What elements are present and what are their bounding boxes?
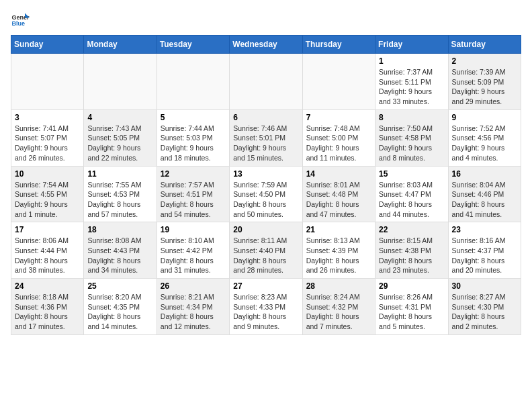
day-number: 9: [452, 113, 517, 122]
day-number: 12: [161, 169, 226, 179]
calendar-cell: 2Sunrise: 7:39 AM Sunset: 5:09 PM Daylig…: [448, 54, 521, 110]
cell-info: Sunrise: 8:11 AM Sunset: 4:40 PM Dayligh…: [233, 236, 298, 275]
day-number: 28: [306, 281, 371, 291]
calendar-cell: 30Sunrise: 8:27 AM Sunset: 4:30 PM Dayli…: [448, 279, 521, 335]
cell-info: Sunrise: 8:08 AM Sunset: 4:43 PM Dayligh…: [87, 236, 152, 275]
calendar-week-row: 17Sunrise: 8:06 AM Sunset: 4:44 PM Dayli…: [11, 222, 521, 279]
cell-info: Sunrise: 8:06 AM Sunset: 4:44 PM Dayligh…: [15, 236, 80, 275]
calendar-cell: [11, 54, 84, 110]
cell-info: Sunrise: 7:59 AM Sunset: 4:50 PM Dayligh…: [233, 180, 298, 220]
day-number: 16: [452, 169, 517, 179]
day-number: 27: [233, 281, 298, 291]
calendar-cell: 7Sunrise: 7:48 AM Sunset: 5:00 PM Daylig…: [302, 109, 375, 166]
calendar-week-row: 10Sunrise: 7:54 AM Sunset: 4:55 PM Dayli…: [11, 166, 521, 222]
calendar-cell: 25Sunrise: 8:20 AM Sunset: 4:35 PM Dayli…: [84, 279, 157, 335]
calendar-header: SundayMondayTuesdayWednesdayThursdayFrid…: [11, 36, 521, 54]
calendar-cell: 16Sunrise: 8:04 AM Sunset: 4:46 PM Dayli…: [448, 166, 521, 222]
calendar-cell: [302, 54, 375, 110]
day-number: 20: [233, 225, 298, 234]
day-number: 24: [15, 281, 80, 291]
calendar-cell: 12Sunrise: 7:57 AM Sunset: 4:51 PM Dayli…: [157, 166, 229, 222]
calendar-cell: 3Sunrise: 7:41 AM Sunset: 5:07 PM Daylig…: [11, 109, 84, 166]
weekday-header-wednesday: Wednesday: [230, 36, 302, 54]
cell-info: Sunrise: 7:39 AM Sunset: 5:09 PM Dayligh…: [452, 67, 517, 107]
weekday-header-friday: Friday: [375, 36, 448, 54]
day-number: 30: [452, 281, 517, 291]
cell-info: Sunrise: 7:55 AM Sunset: 4:53 PM Dayligh…: [87, 180, 152, 220]
calendar-cell: 27Sunrise: 8:23 AM Sunset: 4:33 PM Dayli…: [230, 279, 302, 335]
calendar-cell: [157, 54, 229, 110]
calendar-cell: 18Sunrise: 8:08 AM Sunset: 4:43 PM Dayli…: [84, 222, 157, 279]
logo: General Blue: [11, 11, 32, 30]
cell-info: Sunrise: 8:24 AM Sunset: 4:32 PM Dayligh…: [306, 292, 371, 332]
calendar-cell: 11Sunrise: 7:55 AM Sunset: 4:53 PM Dayli…: [84, 166, 157, 222]
day-number: 17: [15, 225, 80, 234]
cell-info: Sunrise: 7:44 AM Sunset: 5:03 PM Dayligh…: [161, 124, 226, 163]
day-number: 6: [233, 113, 298, 122]
page-header: General Blue: [11, 11, 521, 32]
day-number: 29: [379, 281, 444, 291]
cell-info: Sunrise: 7:37 AM Sunset: 5:11 PM Dayligh…: [379, 67, 444, 107]
cell-info: Sunrise: 7:41 AM Sunset: 5:07 PM Dayligh…: [15, 124, 80, 163]
weekday-header-monday: Monday: [84, 36, 157, 54]
cell-info: Sunrise: 7:54 AM Sunset: 4:55 PM Dayligh…: [15, 180, 80, 220]
cell-info: Sunrise: 7:57 AM Sunset: 4:51 PM Dayligh…: [161, 180, 226, 220]
weekday-header-saturday: Saturday: [448, 36, 521, 54]
calendar-cell: 21Sunrise: 8:13 AM Sunset: 4:39 PM Dayli…: [302, 222, 375, 279]
calendar-week-row: 24Sunrise: 8:18 AM Sunset: 4:36 PM Dayli…: [11, 279, 521, 335]
cell-info: Sunrise: 8:23 AM Sunset: 4:33 PM Dayligh…: [233, 292, 298, 332]
cell-info: Sunrise: 7:50 AM Sunset: 4:58 PM Dayligh…: [379, 124, 444, 163]
cell-info: Sunrise: 8:13 AM Sunset: 4:39 PM Dayligh…: [306, 236, 371, 275]
cell-info: Sunrise: 7:46 AM Sunset: 5:01 PM Dayligh…: [233, 124, 298, 163]
cell-info: Sunrise: 8:04 AM Sunset: 4:46 PM Dayligh…: [452, 180, 517, 220]
day-number: 10: [15, 169, 80, 179]
calendar-table: SundayMondayTuesdayWednesdayThursdayFrid…: [11, 35, 521, 335]
weekday-header-thursday: Thursday: [302, 36, 375, 54]
logo-icon: General Blue: [11, 11, 30, 30]
cell-info: Sunrise: 8:01 AM Sunset: 4:48 PM Dayligh…: [306, 180, 371, 220]
cell-info: Sunrise: 8:20 AM Sunset: 4:35 PM Dayligh…: [87, 292, 152, 332]
calendar-cell: 24Sunrise: 8:18 AM Sunset: 4:36 PM Dayli…: [11, 279, 84, 335]
svg-text:Blue: Blue: [11, 20, 25, 27]
calendar-cell: 20Sunrise: 8:11 AM Sunset: 4:40 PM Dayli…: [230, 222, 302, 279]
calendar-cell: 1Sunrise: 7:37 AM Sunset: 5:11 PM Daylig…: [375, 54, 448, 110]
calendar-body: 1Sunrise: 7:37 AM Sunset: 5:11 PM Daylig…: [11, 54, 521, 335]
calendar-cell: 10Sunrise: 7:54 AM Sunset: 4:55 PM Dayli…: [11, 166, 84, 222]
day-number: 11: [87, 169, 152, 179]
calendar-cell: 5Sunrise: 7:44 AM Sunset: 5:03 PM Daylig…: [157, 109, 229, 166]
calendar-cell: 14Sunrise: 8:01 AM Sunset: 4:48 PM Dayli…: [302, 166, 375, 222]
calendar-week-row: 3Sunrise: 7:41 AM Sunset: 5:07 PM Daylig…: [11, 109, 521, 166]
calendar-cell: 28Sunrise: 8:24 AM Sunset: 4:32 PM Dayli…: [302, 279, 375, 335]
weekday-header-sunday: Sunday: [11, 36, 84, 54]
cell-info: Sunrise: 7:43 AM Sunset: 5:05 PM Dayligh…: [87, 124, 152, 163]
day-number: 23: [452, 225, 517, 234]
calendar-cell: [84, 54, 157, 110]
calendar-cell: 22Sunrise: 8:15 AM Sunset: 4:38 PM Dayli…: [375, 222, 448, 279]
calendar-cell: 23Sunrise: 8:16 AM Sunset: 4:37 PM Dayli…: [448, 222, 521, 279]
day-number: 18: [87, 225, 152, 234]
cell-info: Sunrise: 8:21 AM Sunset: 4:34 PM Dayligh…: [161, 292, 226, 332]
calendar-cell: 19Sunrise: 8:10 AM Sunset: 4:42 PM Dayli…: [157, 222, 229, 279]
day-number: 19: [161, 225, 226, 234]
day-number: 2: [452, 56, 517, 66]
calendar-cell: 13Sunrise: 7:59 AM Sunset: 4:50 PM Dayli…: [230, 166, 302, 222]
cell-info: Sunrise: 7:48 AM Sunset: 5:00 PM Dayligh…: [306, 124, 371, 163]
cell-info: Sunrise: 8:27 AM Sunset: 4:30 PM Dayligh…: [452, 292, 517, 332]
cell-info: Sunrise: 8:15 AM Sunset: 4:38 PM Dayligh…: [379, 236, 444, 275]
calendar-cell: 29Sunrise: 8:26 AM Sunset: 4:31 PM Dayli…: [375, 279, 448, 335]
day-number: 13: [233, 169, 298, 179]
day-number: 22: [379, 225, 444, 234]
day-number: 8: [379, 113, 444, 122]
day-number: 21: [306, 225, 371, 234]
cell-info: Sunrise: 7:52 AM Sunset: 4:56 PM Dayligh…: [452, 124, 517, 163]
day-number: 15: [379, 169, 444, 179]
day-number: 5: [161, 113, 226, 122]
calendar-cell: 26Sunrise: 8:21 AM Sunset: 4:34 PM Dayli…: [157, 279, 229, 335]
calendar-cell: 15Sunrise: 8:03 AM Sunset: 4:47 PM Dayli…: [375, 166, 448, 222]
calendar-week-row: 1Sunrise: 7:37 AM Sunset: 5:11 PM Daylig…: [11, 54, 521, 110]
day-number: 14: [306, 169, 371, 179]
calendar-cell: 9Sunrise: 7:52 AM Sunset: 4:56 PM Daylig…: [448, 109, 521, 166]
cell-info: Sunrise: 8:18 AM Sunset: 4:36 PM Dayligh…: [15, 292, 80, 332]
calendar-cell: 17Sunrise: 8:06 AM Sunset: 4:44 PM Dayli…: [11, 222, 84, 279]
weekday-header-tuesday: Tuesday: [157, 36, 229, 54]
